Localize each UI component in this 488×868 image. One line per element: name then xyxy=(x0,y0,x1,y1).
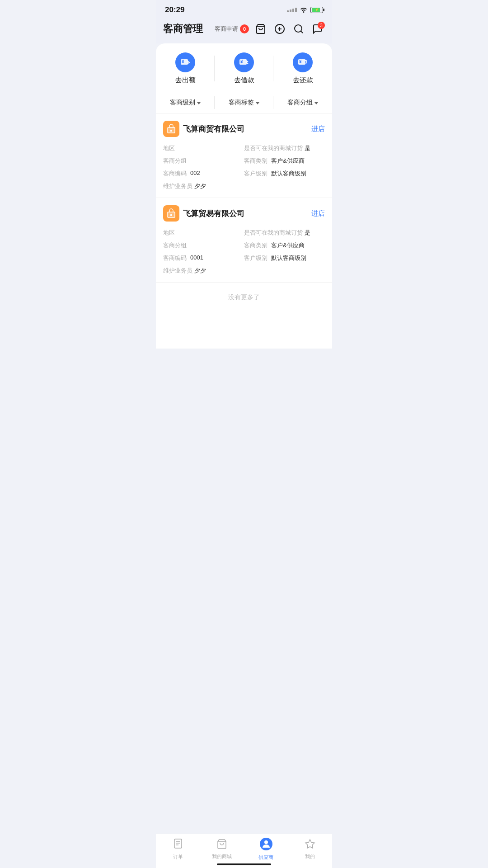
field-bianma-label-1: 客商编码 xyxy=(163,170,188,178)
field-leibie-value-1: 客户&供应商 xyxy=(271,157,305,165)
field-fenzu-label-1: 客商分组 xyxy=(163,157,188,165)
chevron-tag-icon xyxy=(256,102,259,104)
field-jibie-label-2: 客户级别 xyxy=(244,254,269,262)
page-title: 客商管理 xyxy=(163,22,203,36)
field-diqu-label-1: 地区 xyxy=(163,144,188,152)
field-shifou-label-1: 是否可在我的商城订货 xyxy=(244,144,303,152)
quchu-icon: ¥ xyxy=(175,52,195,72)
field-jibie-label-1: 客户级别 xyxy=(244,170,269,178)
filter-group[interactable]: 客商分组 xyxy=(273,92,332,113)
status-bar: 20:29 ⚡ xyxy=(156,0,332,18)
field-jibie-1: 客户级别 默认客商级别 xyxy=(244,170,325,178)
field-shifou-1: 是否可在我的商城订货 是 xyxy=(244,144,325,152)
customer-card-2: 飞算贸易有限公司 进店 地区 客商分组 客商编码 0001 维护业务员 xyxy=(156,198,332,283)
field-yewuyuan-value-1: 夕夕 xyxy=(194,182,206,190)
field-diqu-1: 地区 xyxy=(163,144,244,152)
field-leibie-label-1: 客商类别 xyxy=(244,157,269,165)
field-yewuyuan-1: 维护业务员 夕夕 xyxy=(163,182,244,190)
message-badge: 3 xyxy=(318,22,325,29)
company-icon-2 xyxy=(163,205,179,222)
filter-level-label: 客商级别 xyxy=(170,99,195,107)
field-yewuyuan-label-2: 维护业务员 xyxy=(163,267,192,275)
field-bianma-value-2: 0001 xyxy=(190,254,203,261)
field-fenzu-2: 客商分组 xyxy=(163,241,244,250)
quchu-label: 去出额 xyxy=(175,76,196,85)
company-name-2: 飞算贸易有限公司 xyxy=(183,208,244,219)
field-jibie-2: 客户级别 默认客商级别 xyxy=(244,254,325,262)
quick-action-quchu[interactable]: ¥ 去出额 xyxy=(156,52,215,85)
svg-point-4 xyxy=(295,25,302,32)
info-grid-1: 地区 客商分组 客商编码 002 维护业务员 夕夕 是否可在我的 xyxy=(163,144,325,190)
filter-group-label: 客商分组 xyxy=(287,99,313,107)
chevron-level-icon xyxy=(197,102,201,104)
field-fenzu-1: 客商分组 xyxy=(163,157,244,165)
enter-store-1[interactable]: 进店 xyxy=(311,125,325,133)
no-more-text: 没有更多了 xyxy=(156,283,332,312)
quick-action-qujie[interactable]: ¥ 去借款 xyxy=(215,52,273,85)
filter-row: 客商级别 客商标签 客商分组 xyxy=(156,92,332,113)
signal-icon xyxy=(287,8,297,12)
field-shifou-value-1: 是 xyxy=(305,144,310,152)
message-button[interactable]: 3 xyxy=(310,22,325,36)
add-button[interactable] xyxy=(272,22,287,36)
filter-tag[interactable]: 客商标签 xyxy=(215,92,273,113)
field-bianma-value-1: 002 xyxy=(190,170,200,176)
field-shifou-value-2: 是 xyxy=(305,229,310,237)
cart-button[interactable] xyxy=(253,22,268,36)
svg-rect-12 xyxy=(170,130,172,132)
field-yewuyuan-label-1: 维护业务员 xyxy=(163,182,192,190)
card-title-area-1: 飞算商贸有限公司 xyxy=(163,121,244,137)
wifi-icon xyxy=(300,6,308,14)
field-diqu-2: 地区 xyxy=(163,229,244,237)
enter-store-2[interactable]: 进店 xyxy=(311,209,325,218)
field-yewuyuan-2: 维护业务员 夕夕 xyxy=(163,267,244,275)
field-diqu-label-2: 地区 xyxy=(163,229,188,237)
customer-card-1: 飞算商贸有限公司 进店 地区 客商分组 客商编码 002 维护业务员 xyxy=(156,113,332,198)
status-icons: ⚡ xyxy=(287,6,323,14)
field-bianma-1: 客商编码 002 xyxy=(163,170,244,178)
field-yewuyuan-value-2: 夕夕 xyxy=(194,267,206,275)
svg-text:¥: ¥ xyxy=(299,59,302,64)
company-icon-1 xyxy=(163,121,179,137)
field-leibie-label-2: 客商类别 xyxy=(244,241,269,250)
right-col-1: 是否可在我的商城订货 是 客商类别 客户&供应商 客户级别 默认客商级别 xyxy=(244,144,325,190)
header: 客商管理 客商申请 0 3 xyxy=(156,18,332,43)
field-fenzu-label-2: 客商分组 xyxy=(163,241,188,250)
company-name-1: 飞算商贸有限公司 xyxy=(183,124,244,134)
status-time: 20:29 xyxy=(165,5,184,14)
right-col-2: 是否可在我的商城订货 是 客商类别 客户&供应商 客户级别 默认客商级别 xyxy=(244,229,325,275)
field-leibie-1: 客商类别 客户&供应商 xyxy=(244,157,325,165)
svg-rect-14 xyxy=(170,214,172,216)
quick-action-quhuan[interactable]: ¥ 去还款 xyxy=(273,52,332,85)
field-leibie-2: 客商类别 客户&供应商 xyxy=(244,241,325,250)
quhuan-icon: ¥ xyxy=(293,52,313,72)
field-bianma-label-2: 客商编码 xyxy=(163,254,188,262)
svg-text:¥: ¥ xyxy=(240,59,243,64)
filter-level[interactable]: 客商级别 xyxy=(156,92,215,113)
chevron-group-icon xyxy=(314,102,318,104)
field-shifou-label-2: 是否可在我的商城订货 xyxy=(244,229,303,237)
left-col-1: 地区 客商分组 客商编码 002 维护业务员 夕夕 xyxy=(163,144,244,190)
card-title-area-2: 飞算贸易有限公司 xyxy=(163,205,244,222)
quick-actions: ¥ 去出额 ¥ 去借款 ¥ xyxy=(156,43,332,92)
field-jibie-value-1: 默认客商级别 xyxy=(271,170,306,178)
left-col-2: 地区 客商分组 客商编码 0001 维护业务员 夕夕 xyxy=(163,229,244,275)
card-header-2: 飞算贸易有限公司 进店 xyxy=(163,205,325,222)
battery-icon: ⚡ xyxy=(310,7,323,13)
field-jibie-value-2: 默认客商级别 xyxy=(271,254,306,262)
info-grid-2: 地区 客商分组 客商编码 0001 维护业务员 夕夕 是否可在我 xyxy=(163,229,325,275)
card-header-1: 飞算商贸有限公司 进店 xyxy=(163,121,325,137)
header-actions: 客商申请 0 3 xyxy=(215,22,325,36)
field-bianma-2: 客商编码 0001 xyxy=(163,254,244,262)
svg-text:¥: ¥ xyxy=(182,59,184,64)
field-shifou-2: 是否可在我的商城订货 是 xyxy=(244,229,325,237)
shenqing-badge: 0 xyxy=(240,24,249,33)
filter-tag-label: 客商标签 xyxy=(229,99,254,107)
shenqing-label: 客商申请 xyxy=(215,25,238,33)
shenqing-button[interactable]: 客商申请 0 xyxy=(215,24,249,33)
search-button[interactable] xyxy=(291,22,306,36)
quhuan-label: 去还款 xyxy=(293,76,313,85)
main-content: ¥ 去出额 ¥ 去借款 ¥ xyxy=(156,43,332,349)
qujie-label: 去借款 xyxy=(234,76,254,85)
field-leibie-value-2: 客户&供应商 xyxy=(271,241,305,250)
